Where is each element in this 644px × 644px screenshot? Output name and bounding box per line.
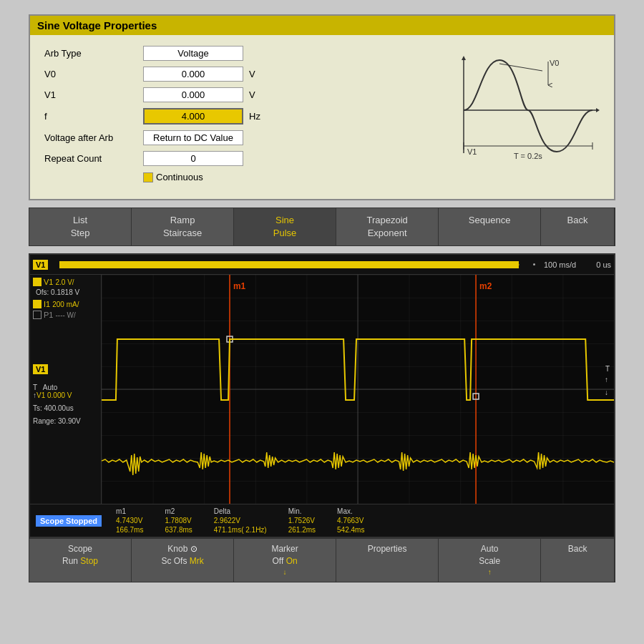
marker-max-col: Max. 4.7663V 542.4ms [337, 507, 364, 534]
min-voltage: 1.7526V [288, 517, 316, 525]
svg-text:T = 0.2s: T = 0.2s [514, 152, 542, 160]
marker-delta-col: Delta 2.9622V 471.1ms( 2.1Hz) [214, 507, 267, 534]
scope-data-bar: Scope Stopped m1 4.7430V 166.7ms m2 1.78… [30, 504, 614, 537]
scope-stopped-badge: Scope Stopped [36, 515, 102, 527]
ch1-row: V1 2.0 V/ [33, 278, 98, 286]
field-unit-2: V [249, 89, 270, 100]
toolbar-marker-bottom: Off On [237, 555, 333, 567]
continuous-checkbox[interactable] [143, 172, 153, 182]
tab-0[interactable]: List Step [29, 208, 132, 245]
field-input-3[interactable]: 4.000 [143, 108, 243, 125]
toolbar-scope-bottom: Run Stop [32, 555, 128, 567]
scope-display-area: V1 2.0 V/ Ofs: 0.1818 V I1 200 mA/ P1 --… [30, 275, 614, 504]
autoscale-arrow-up: ↑ [441, 567, 537, 577]
scope-waveform-display[interactable]: m1 m2 T ↑ ↓ [102, 275, 614, 504]
sine-diagram: V0 V1 T = 0.2s [457, 46, 600, 188]
max-header: Max. [337, 507, 364, 515]
ch1-offset: Ofs: 0.1818 V [33, 288, 98, 296]
trigger-source-row: ↑V1 0.000 V [33, 391, 98, 399]
i1-row: I1 200 mA/ [33, 300, 98, 308]
tab-2[interactable]: Sine Pulse [234, 208, 336, 245]
m2-time: 637.8ms [165, 526, 192, 534]
p1-checkbox[interactable] [33, 311, 42, 319]
svg-text:↓: ↓ [605, 389, 608, 396]
tab-4[interactable]: Sequence [439, 208, 541, 245]
tab-bar: List StepRamp StaircaseSine PulseTrapezo… [29, 208, 615, 246]
field-input-0[interactable]: Voltage [143, 46, 243, 61]
toolbar-knob[interactable]: Knob ⊙ Sc Ofs Mrk [132, 539, 234, 582]
min-header: Min. [288, 507, 316, 515]
svg-line-5 [499, 64, 542, 71]
m2-voltage: 1.7808V [165, 517, 192, 525]
min-time: 261.2ms [288, 526, 316, 534]
i1-checkbox[interactable] [33, 300, 42, 308]
max-time: 542.4ms [337, 526, 364, 534]
marker-m2-col: m2 1.7808V 637.8ms [165, 507, 192, 534]
field-label-0: Arb Type [44, 48, 137, 59]
scope-header: V1 100 ms/d 0 us [30, 255, 614, 275]
svg-text:V0: V0 [550, 59, 559, 67]
marker-m1-col: m1 4.7430V 166.7ms [116, 507, 143, 534]
form-row-2: V10.000V [44, 87, 442, 102]
p1-label: P1 [44, 311, 53, 319]
form-row-5: Repeat Count0 [44, 151, 442, 166]
i1-label: I1 [44, 300, 50, 308]
field-label-2: V1 [44, 89, 137, 100]
field-label-4: Voltage after Arb [44, 132, 137, 143]
ch1-waveform-label: V1 [33, 364, 48, 374]
toolbar-back-top: Back [544, 543, 611, 555]
delta-voltage: 2.9622V [214, 517, 267, 525]
marker-data-table: m1 4.7430V 166.7ms m2 1.7808V 637.8ms De… [116, 507, 364, 534]
delta-time: 471.1ms( 2.1Hz) [214, 526, 267, 534]
form-row-4: Voltage after ArbReturn to DC Value [44, 130, 442, 145]
ch1-label: V1 [44, 278, 53, 286]
tab-5[interactable]: Back [541, 208, 615, 245]
toolbar-marker[interactable]: Marker Off On ↓ [234, 539, 336, 582]
toolbar-properties-top: Properties [339, 543, 435, 555]
trigger-mode: T Auto [33, 384, 98, 391]
toolbar-back-bottom [544, 555, 611, 567]
p1-scale: ---- W/ [55, 311, 75, 319]
field-input-2[interactable]: 0.000 [143, 87, 243, 102]
tab-1[interactable]: Ramp Staircase [132, 208, 234, 245]
svg-text:m2: m2 [479, 281, 492, 291]
scope-panel: V1 100 ms/d 0 us V1 2.0 V/ Ofs: 0.1818 V… [29, 253, 615, 538]
svg-text:V1: V1 [467, 147, 477, 156]
toolbar-autoscale[interactable]: Auto Scale ↑ [439, 539, 541, 582]
field-label-5: Repeat Count [44, 153, 137, 164]
m1-voltage: 4.7430V [116, 517, 143, 525]
p1-row: P1 ---- W/ [33, 311, 98, 319]
scope-svg: m1 m2 T ↑ ↓ [102, 275, 614, 504]
field-input-4[interactable]: Return to DC Value [143, 130, 243, 145]
toolbar-marker-top: Marker [237, 543, 333, 555]
ch1-checkbox[interactable] [33, 278, 42, 286]
scope-position-bar[interactable] [59, 261, 518, 268]
form-row-3: f4.000Hz [44, 108, 442, 125]
toolbar-autoscale-bottom: Scale [441, 555, 537, 567]
toolbar-properties[interactable]: Properties [336, 539, 439, 582]
scope-left-sidebar: V1 2.0 V/ Ofs: 0.1818 V I1 200 mA/ P1 --… [30, 275, 102, 504]
marker-min-col: Min. 1.7526V 261.2ms [288, 507, 316, 534]
m2-header: m2 [165, 507, 192, 515]
field-input-5[interactable]: 0 [143, 151, 243, 166]
sine-voltage-panel: Sine Voltage Properties Arb TypeVoltageV… [29, 14, 615, 200]
toolbar-scope[interactable]: Scope Run Stop [29, 539, 132, 582]
delta-header: Delta [214, 507, 267, 515]
ch1-scale: 2.0 V/ [55, 278, 74, 286]
continuous-row: Continuous [44, 172, 442, 182]
form-section: Arb TypeVoltageV00.000VV10.000Vf4.000HzV… [44, 46, 442, 188]
svg-marker-2 [596, 108, 600, 112]
field-label-1: V0 [44, 69, 137, 79]
toolbar-back[interactable]: Back [541, 539, 615, 582]
svg-text:↑: ↑ [605, 376, 608, 384]
svg-text:T: T [605, 365, 610, 373]
ts-row: Ts: 400.00us [33, 404, 98, 412]
field-input-1[interactable]: 0.000 [143, 67, 243, 82]
m1-header: m1 [116, 507, 143, 515]
range-row: Range: 30.90V [33, 417, 98, 425]
m1-time: 166.7ms [116, 526, 143, 534]
scope-trigger-offset: 0 us [596, 260, 611, 269]
panel-title: Sine Voltage Properties [30, 16, 614, 35]
bottom-toolbar: Scope Run Stop Knob ⊙ Sc Ofs Mrk Marker … [29, 538, 615, 582]
tab-3[interactable]: Trapezoid Exponent [336, 208, 439, 245]
